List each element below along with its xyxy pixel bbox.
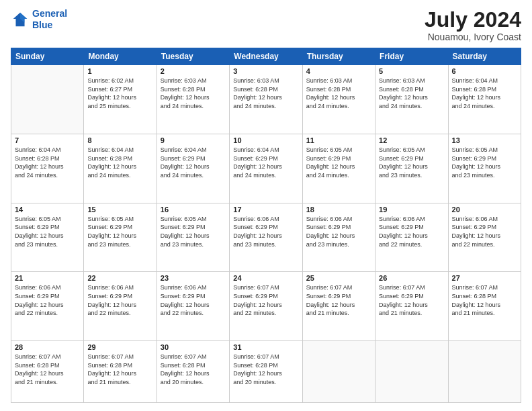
col-header-wednesday: Wednesday [230, 48, 302, 65]
day-info: Sunrise: 6:03 AM Sunset: 6:28 PM Dayligh… [306, 77, 371, 110]
day-info: Sunrise: 6:02 AM Sunset: 6:27 PM Dayligh… [87, 77, 152, 110]
calendar-cell: 4Sunrise: 6:03 AM Sunset: 6:28 PM Daylig… [302, 65, 375, 134]
day-number: 20 [452, 205, 517, 214]
day-number: 15 [87, 205, 152, 214]
day-number: 12 [379, 136, 444, 144]
col-header-tuesday: Tuesday [157, 48, 229, 65]
logo-text: General Blue [32, 8, 67, 31]
day-info: Sunrise: 6:04 AM Sunset: 6:29 PM Dayligh… [161, 146, 226, 179]
day-info: Sunrise: 6:06 AM Sunset: 6:29 PM Dayligh… [87, 283, 152, 317]
day-number: 19 [379, 205, 444, 214]
calendar-cell: 23Sunrise: 6:06 AM Sunset: 6:29 PM Dayli… [157, 272, 229, 341]
day-number: 2 [161, 67, 226, 75]
calendar-cell: 7Sunrise: 6:04 AM Sunset: 6:28 PM Daylig… [11, 134, 84, 203]
day-number: 28 [15, 343, 80, 351]
calendar-cell: 17Sunrise: 6:06 AM Sunset: 6:29 PM Dayli… [230, 203, 302, 272]
calendar-cell: 16Sunrise: 6:05 AM Sunset: 6:29 PM Dayli… [157, 203, 229, 272]
calendar-cell: 31Sunrise: 6:07 AM Sunset: 6:28 PM Dayli… [230, 341, 302, 403]
day-info: Sunrise: 6:07 AM Sunset: 6:29 PM Dayligh… [379, 283, 444, 317]
day-info: Sunrise: 6:05 AM Sunset: 6:29 PM Dayligh… [452, 146, 517, 179]
day-info: Sunrise: 6:07 AM Sunset: 6:28 PM Dayligh… [452, 283, 517, 317]
calendar-cell: 6Sunrise: 6:04 AM Sunset: 6:28 PM Daylig… [448, 65, 521, 134]
day-number: 9 [161, 136, 226, 144]
day-info: Sunrise: 6:05 AM Sunset: 6:29 PM Dayligh… [306, 146, 371, 179]
col-header-monday: Monday [84, 48, 157, 65]
day-info: Sunrise: 6:05 AM Sunset: 6:29 PM Dayligh… [87, 215, 152, 248]
calendar-cell: 5Sunrise: 6:03 AM Sunset: 6:28 PM Daylig… [375, 65, 448, 134]
calendar-cell: 20Sunrise: 6:06 AM Sunset: 6:29 PM Dayli… [448, 203, 521, 272]
day-info: Sunrise: 6:06 AM Sunset: 6:29 PM Dayligh… [161, 283, 226, 317]
location: Nouamou, Ivory Coast [425, 32, 521, 42]
day-number: 21 [15, 274, 80, 282]
day-info: Sunrise: 6:05 AM Sunset: 6:29 PM Dayligh… [379, 146, 444, 179]
day-info: Sunrise: 6:07 AM Sunset: 6:29 PM Dayligh… [233, 283, 298, 317]
calendar-cell: 2Sunrise: 6:03 AM Sunset: 6:28 PM Daylig… [157, 65, 229, 134]
logo: General Blue [11, 8, 67, 31]
day-number: 26 [379, 274, 444, 282]
day-info: Sunrise: 6:07 AM Sunset: 6:29 PM Dayligh… [306, 283, 371, 317]
calendar-cell: 24Sunrise: 6:07 AM Sunset: 6:29 PM Dayli… [230, 272, 302, 341]
calendar-cell: 30Sunrise: 6:07 AM Sunset: 6:28 PM Dayli… [157, 341, 229, 403]
title-block: July 2024 Nouamou, Ivory Coast [425, 8, 521, 42]
logo-icon [11, 10, 30, 29]
calendar-cell: 21Sunrise: 6:06 AM Sunset: 6:29 PM Dayli… [11, 272, 84, 341]
day-number: 16 [161, 205, 226, 214]
day-info: Sunrise: 6:07 AM Sunset: 6:28 PM Dayligh… [15, 353, 80, 386]
day-info: Sunrise: 6:04 AM Sunset: 6:28 PM Dayligh… [87, 146, 152, 179]
logo-general: General [32, 8, 67, 19]
calendar-cell: 22Sunrise: 6:06 AM Sunset: 6:29 PM Dayli… [84, 272, 157, 341]
day-info: Sunrise: 6:03 AM Sunset: 6:28 PM Dayligh… [379, 77, 444, 110]
calendar-cell: 3Sunrise: 6:03 AM Sunset: 6:28 PM Daylig… [230, 65, 302, 134]
day-info: Sunrise: 6:06 AM Sunset: 6:29 PM Dayligh… [15, 283, 80, 317]
day-number: 27 [452, 274, 517, 282]
day-number: 18 [306, 205, 371, 214]
day-number: 1 [87, 67, 152, 75]
col-header-friday: Friday [375, 48, 448, 65]
calendar-cell: 28Sunrise: 6:07 AM Sunset: 6:28 PM Dayli… [11, 341, 84, 403]
day-info: Sunrise: 6:07 AM Sunset: 6:28 PM Dayligh… [161, 353, 226, 386]
day-number: 10 [233, 136, 298, 144]
logo-blue: Blue [32, 19, 52, 30]
calendar-cell: 11Sunrise: 6:05 AM Sunset: 6:29 PM Dayli… [302, 134, 375, 203]
header-row: SundayMondayTuesdayWednesdayThursdayFrid… [11, 48, 521, 65]
calendar-cell: 14Sunrise: 6:05 AM Sunset: 6:29 PM Dayli… [11, 203, 84, 272]
calendar-cell: 9Sunrise: 6:04 AM Sunset: 6:29 PM Daylig… [157, 134, 229, 203]
calendar-cell: 27Sunrise: 6:07 AM Sunset: 6:28 PM Dayli… [448, 272, 521, 341]
day-number: 25 [306, 274, 371, 282]
calendar-table: SundayMondayTuesdayWednesdayThursdayFrid… [11, 48, 521, 403]
day-info: Sunrise: 6:06 AM Sunset: 6:29 PM Dayligh… [452, 215, 517, 248]
day-info: Sunrise: 6:04 AM Sunset: 6:29 PM Dayligh… [233, 146, 298, 179]
day-number: 24 [233, 274, 298, 282]
day-info: Sunrise: 6:06 AM Sunset: 6:29 PM Dayligh… [379, 215, 444, 248]
day-number: 6 [452, 67, 517, 75]
day-number: 3 [233, 67, 298, 75]
calendar-cell: 12Sunrise: 6:05 AM Sunset: 6:29 PM Dayli… [375, 134, 448, 203]
day-info: Sunrise: 6:03 AM Sunset: 6:28 PM Dayligh… [233, 77, 298, 110]
day-number: 31 [233, 343, 298, 351]
day-number: 22 [87, 274, 152, 282]
day-number: 30 [161, 343, 226, 351]
day-number: 8 [87, 136, 152, 144]
day-info: Sunrise: 6:05 AM Sunset: 6:29 PM Dayligh… [15, 215, 80, 248]
calendar-cell [11, 65, 84, 134]
week-row-1: 1Sunrise: 6:02 AM Sunset: 6:27 PM Daylig… [11, 65, 521, 134]
calendar-cell: 10Sunrise: 6:04 AM Sunset: 6:29 PM Dayli… [230, 134, 302, 203]
day-info: Sunrise: 6:07 AM Sunset: 6:28 PM Dayligh… [233, 353, 298, 386]
header: General Blue July 2024 Nouamou, Ivory Co… [11, 8, 521, 42]
day-number: 17 [233, 205, 298, 214]
col-header-saturday: Saturday [448, 48, 521, 65]
calendar-cell [448, 341, 521, 403]
day-number: 7 [15, 136, 80, 144]
week-row-5: 28Sunrise: 6:07 AM Sunset: 6:28 PM Dayli… [11, 341, 521, 403]
day-info: Sunrise: 6:05 AM Sunset: 6:29 PM Dayligh… [161, 215, 226, 248]
day-number: 4 [306, 67, 371, 75]
day-number: 11 [306, 136, 371, 144]
calendar-cell [375, 341, 448, 403]
day-number: 5 [379, 67, 444, 75]
day-info: Sunrise: 6:07 AM Sunset: 6:28 PM Dayligh… [87, 353, 152, 386]
week-row-4: 21Sunrise: 6:06 AM Sunset: 6:29 PM Dayli… [11, 272, 521, 341]
page: General Blue July 2024 Nouamou, Ivory Co… [0, 0, 532, 411]
week-row-3: 14Sunrise: 6:05 AM Sunset: 6:29 PM Dayli… [11, 203, 521, 272]
calendar-cell: 15Sunrise: 6:05 AM Sunset: 6:29 PM Dayli… [84, 203, 157, 272]
calendar-cell: 29Sunrise: 6:07 AM Sunset: 6:28 PM Dayli… [84, 341, 157, 403]
